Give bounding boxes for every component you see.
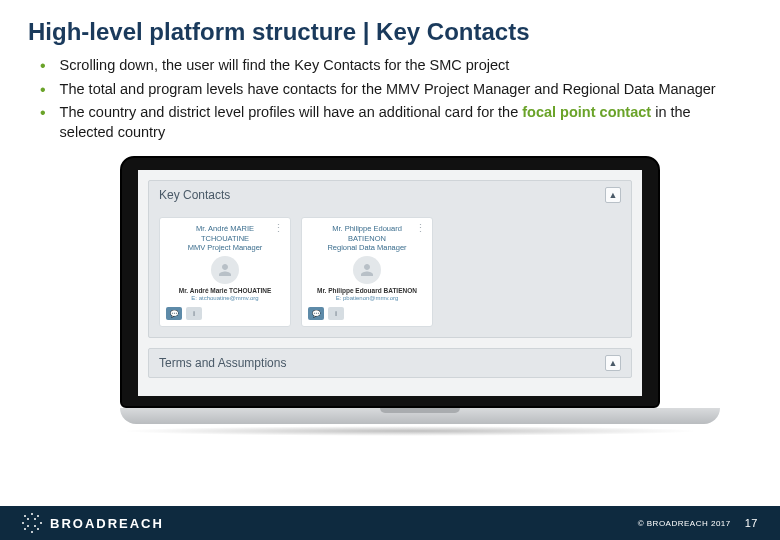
focal-point-emphasis: focal point contact	[522, 104, 651, 120]
footer-bar: BROADREACH © BROADREACH 2017 17	[0, 506, 780, 540]
contact-title: Mr. Philippe Edouard BATIENON Regional D…	[308, 224, 426, 252]
collapse-button[interactable]: ▲	[605, 187, 621, 203]
contact-title: Mr. André MARIE TCHOUATINE MMV Project M…	[166, 224, 284, 252]
bullet-list: • Scrolling down, the user will find the…	[0, 56, 780, 142]
panel-title: Terms and Assumptions	[159, 356, 286, 370]
bullet-text: The country and district level profiles …	[60, 103, 740, 142]
key-contacts-panel: Key Contacts ▲ ⋮ Mr. André MARIE TCHOUAT…	[148, 180, 632, 338]
bullet-dot-icon: •	[40, 56, 46, 75]
chevron-up-icon: ▲	[609, 358, 618, 368]
bullet-item: • Scrolling down, the user will find the…	[40, 56, 740, 76]
copyright: © BROADREACH 2017	[638, 519, 731, 528]
slide-title: High-level platform structure | Key Cont…	[0, 0, 780, 56]
bullet-dot-icon: •	[40, 80, 46, 99]
contact-card[interactable]: ⋮ Mr. André MARIE TCHOUATINE MMV Project…	[159, 217, 291, 327]
bullet-item: • The total and program levels have cont…	[40, 80, 740, 100]
contact-role: MMV Project Manager	[166, 243, 284, 252]
contact-title-line: TCHOUATINE	[166, 234, 284, 243]
card-actions: 💬 i	[166, 307, 284, 320]
contact-title-line: Mr. Philippe Edouard	[308, 224, 426, 233]
card-actions: 💬 i	[308, 307, 426, 320]
info-button[interactable]: i	[328, 307, 344, 320]
panel-header: Key Contacts ▲	[149, 181, 631, 209]
chevron-up-icon: ▲	[609, 190, 618, 200]
panel-header: Terms and Assumptions ▲	[149, 349, 631, 377]
collapse-button[interactable]: ▲	[605, 355, 621, 371]
panel-title: Key Contacts	[159, 188, 230, 202]
contact-title-line: BATIENON	[308, 234, 426, 243]
contact-cards-row: ⋮ Mr. André MARIE TCHOUATINE MMV Project…	[149, 209, 631, 337]
brand-name: BROADREACH	[50, 516, 164, 531]
laptop-screen-bezel: Key Contacts ▲ ⋮ Mr. André MARIE TCHOUAT…	[120, 156, 660, 408]
info-button[interactable]: i	[186, 307, 202, 320]
contact-email: E: atchouatine@mmv.org	[166, 295, 284, 301]
terms-panel: Terms and Assumptions ▲	[148, 348, 632, 378]
laptop-base	[120, 408, 720, 424]
brand: BROADREACH	[22, 513, 164, 533]
info-icon: i	[335, 310, 337, 317]
laptop-mockup: Key Contacts ▲ ⋮ Mr. André MARIE TCHOUAT…	[0, 156, 780, 436]
bullet-item: • The country and district level profile…	[40, 103, 740, 142]
laptop-notch	[380, 408, 460, 413]
contact-role: Regional Data Manager	[308, 243, 426, 252]
chat-icon: 💬	[170, 310, 179, 318]
chat-button[interactable]: 💬	[308, 307, 324, 320]
avatar-icon	[353, 256, 381, 284]
brand-logo-icon	[22, 513, 42, 533]
card-menu-icon[interactable]: ⋮	[415, 222, 426, 235]
bullet-text: Scrolling down, the user will find the K…	[60, 56, 510, 76]
contact-card[interactable]: ⋮ Mr. Philippe Edouard BATIENON Regional…	[301, 217, 433, 327]
card-menu-icon[interactable]: ⋮	[273, 222, 284, 235]
bullet-pre: The country and district level profiles …	[60, 104, 523, 120]
page-number: 17	[745, 517, 758, 529]
avatar-icon	[211, 256, 239, 284]
footer-right: © BROADREACH 2017 17	[638, 517, 758, 529]
contact-name: Mr. André Marie TCHOUATINE	[166, 287, 284, 294]
app-screenshot: Key Contacts ▲ ⋮ Mr. André MARIE TCHOUAT…	[138, 170, 642, 396]
chat-button[interactable]: 💬	[166, 307, 182, 320]
contact-title-line: Mr. André MARIE	[166, 224, 284, 233]
bullet-dot-icon: •	[40, 103, 46, 122]
slide: High-level platform structure | Key Cont…	[0, 0, 780, 540]
laptop-shadow	[120, 426, 700, 436]
info-icon: i	[193, 310, 195, 317]
bullet-text: The total and program levels have contac…	[60, 80, 716, 100]
contact-email: E: pbatienon@mmv.org	[308, 295, 426, 301]
chat-icon: 💬	[312, 310, 321, 318]
contact-name: Mr. Philippe Edouard BATIENON	[308, 287, 426, 294]
